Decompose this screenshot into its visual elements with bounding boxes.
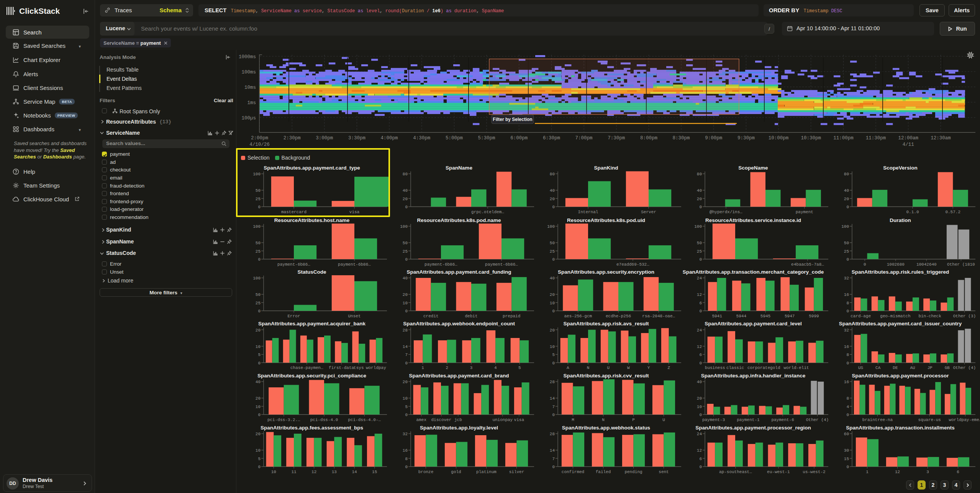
svg-text:24: 24 <box>697 328 702 333</box>
svg-text:25: 25 <box>844 249 849 254</box>
svg-text:8:30pm: 8:30pm <box>673 135 690 141</box>
svg-text:SpanAttributes.app.loyalty.lev: SpanAttributes.app.loyalty.level <box>420 425 498 431</box>
svg-text:0: 0 <box>258 413 261 417</box>
svg-text:amex: amex <box>416 418 427 422</box>
svg-text:Duration: Duration <box>890 217 911 223</box>
svg-text:payment-6b86…: payment-6b86… <box>424 262 457 267</box>
svg-text:US: US <box>858 366 864 370</box>
svg-text:Other (1810: Other (1810 <box>947 262 975 267</box>
svg-text:grpc.oteldem…: grpc.oteldem… <box>471 210 504 214</box>
svg-text:SpanAttributes.app.payment.car: SpanAttributes.app.payment.card_level <box>705 321 802 326</box>
svg-text:50: 50 <box>256 241 261 245</box>
svg-text:20: 20 <box>550 292 555 297</box>
svg-text:20: 20 <box>403 292 408 297</box>
svg-text:geo-mismatch: geo-mismatch <box>880 314 910 318</box>
svg-text:0: 0 <box>552 257 555 262</box>
svg-text:Internal: Internal <box>578 210 598 214</box>
svg-text:6: 6 <box>699 353 702 357</box>
svg-text:0: 0 <box>699 309 702 313</box>
svg-text:0: 0 <box>846 205 849 209</box>
svg-text:0: 0 <box>552 361 555 366</box>
svg-text:6: 6 <box>957 470 959 474</box>
svg-text:failed: failed <box>596 470 611 474</box>
svg-text:e7eadd69-532…: e7eadd69-532… <box>616 262 649 267</box>
svg-text:11:30pm: 11:30pm <box>866 135 886 141</box>
svg-text:Filter by Selection: Filter by Selection <box>493 117 532 122</box>
svg-text:28: 28 <box>550 432 555 436</box>
svg-text:12:30am: 12:30am <box>931 135 951 141</box>
svg-text:100µs: 100µs <box>241 116 256 121</box>
svg-text:GB: GB <box>945 366 950 370</box>
svg-text:3:30pm: 3:30pm <box>348 135 365 141</box>
svg-text:12: 12 <box>895 470 900 474</box>
svg-text:pci-dss-3.2.…: pci-dss-3.2.… <box>267 418 300 422</box>
svg-text:U: U <box>607 366 610 370</box>
svg-text:100: 100 <box>841 224 849 229</box>
svg-text:5: 5 <box>552 353 555 357</box>
svg-text:P: P <box>632 418 635 422</box>
svg-text:SpanAttributes.app.payment.pro: SpanAttributes.app.payment.processor_reg… <box>695 425 811 431</box>
svg-text:20: 20 <box>697 396 702 401</box>
svg-text:8: 8 <box>405 457 408 461</box>
svg-text:gold: gold <box>770 366 780 370</box>
svg-text:Other (4): Other (4) <box>806 418 829 422</box>
svg-text:12:00am: 12:00am <box>898 135 918 141</box>
svg-text:silver: silver <box>509 470 524 474</box>
svg-text:13: 13 <box>332 470 337 474</box>
svg-text:40: 40 <box>403 276 408 281</box>
svg-text:square-us: square-us <box>918 418 941 422</box>
svg-text:0: 0 <box>552 465 555 469</box>
svg-text:SpanAttributes.app.transaction: SpanAttributes.app.transaction.merchant_… <box>683 269 824 275</box>
svg-text:40: 40 <box>697 380 702 384</box>
svg-text:ScopeVersion: ScopeVersion <box>883 165 917 171</box>
svg-text:50: 50 <box>844 241 849 245</box>
svg-text:pending: pending <box>624 470 642 474</box>
svg-text:0: 0 <box>864 262 866 267</box>
svg-text:10: 10 <box>271 470 276 474</box>
svg-text:payment-1: payment-1 <box>737 418 760 422</box>
svg-text:ResourceAttributes.service.ins: ResourceAttributes.service.instance.id <box>705 217 801 223</box>
svg-text:25: 25 <box>697 249 702 254</box>
svg-text:AU: AU <box>910 366 915 370</box>
svg-text:4/11: 4/11 <box>903 142 914 147</box>
svg-text:100: 100 <box>547 224 555 229</box>
svg-text:0: 0 <box>258 257 261 262</box>
svg-text:confirmed: confirmed <box>562 470 584 474</box>
svg-text:80: 80 <box>403 172 408 176</box>
svg-text:8: 8 <box>846 301 849 305</box>
svg-text:sent: sent <box>659 470 669 474</box>
svg-text:4: 4 <box>494 366 497 370</box>
svg-text:25: 25 <box>256 249 261 254</box>
svg-text:10: 10 <box>403 396 408 401</box>
svg-text:eu-west-1: eu-west-1 <box>767 470 790 474</box>
svg-text:14: 14 <box>550 396 555 401</box>
svg-text:10: 10 <box>550 344 555 349</box>
svg-text:Z: Z <box>667 366 670 370</box>
svg-text:10:30pm: 10:30pm <box>801 135 821 141</box>
svg-text:SpanName: SpanName <box>446 165 472 171</box>
svg-text:20: 20 <box>697 197 702 201</box>
svg-text:20: 20 <box>256 432 261 436</box>
svg-text:40: 40 <box>403 188 408 193</box>
svg-text:SpanAttributes.app.payment.car: SpanAttributes.app.payment.card_funding <box>406 269 511 275</box>
svg-text:12: 12 <box>697 292 702 297</box>
svg-text:1002680: 1002680 <box>887 262 905 267</box>
svg-text:prepaid: prepaid <box>503 314 520 318</box>
svg-text:28: 28 <box>403 328 408 333</box>
svg-text:100: 100 <box>694 224 702 229</box>
svg-text:unionpay: unionpay <box>492 418 513 422</box>
svg-text:40: 40 <box>697 188 702 193</box>
svg-text:worldpay: worldpay <box>366 366 386 370</box>
svg-text:10: 10 <box>550 301 555 305</box>
svg-text:5944: 5944 <box>736 314 747 318</box>
svg-text:SpanAttributes.app.risk.rules_: SpanAttributes.app.risk.rules_triggered <box>852 269 949 275</box>
svg-text:credit: credit <box>423 314 439 318</box>
svg-text:CA: CA <box>875 366 881 370</box>
svg-text:32: 32 <box>844 276 849 281</box>
svg-text:corporate: corporate <box>747 366 770 370</box>
svg-text:0: 0 <box>699 413 702 417</box>
svg-text:N: N <box>587 366 590 370</box>
svg-text:8: 8 <box>846 353 849 357</box>
svg-text:SpanAttributes.app.security.pc: SpanAttributes.app.security.pci_complian… <box>257 373 367 379</box>
svg-text:visa: visa <box>514 418 524 422</box>
